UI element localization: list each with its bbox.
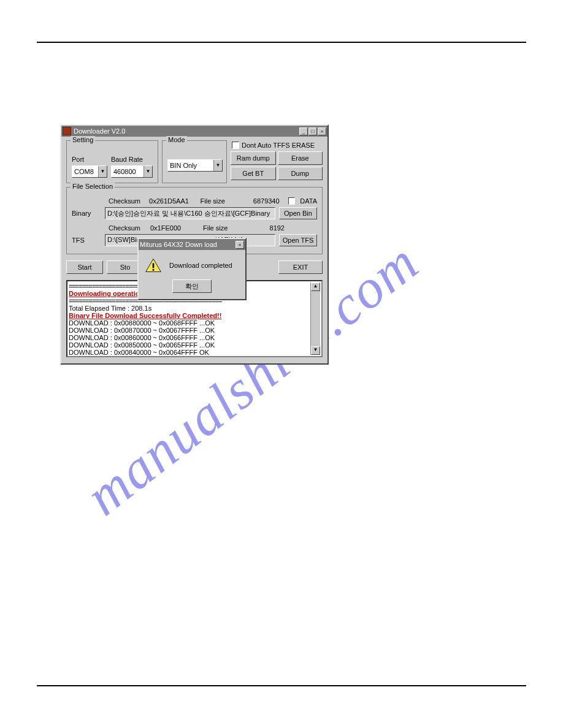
mode-combo[interactable]: BIN Only ▼ [167,159,223,172]
data-label: DATA [300,197,317,205]
download-complete-dialog: Miturus 64X32 Down load × Download compl… [137,238,247,300]
scroll-up-icon[interactable]: ▲ [311,282,320,291]
dump-button[interactable]: Dump [278,167,323,180]
start-button[interactable]: Start [66,260,103,274]
popup-title: Miturus 64X32 Down load [140,241,235,248]
log-elapsed: Total Elapsed Time : 208.1s [69,305,310,312]
svg-rect-2 [153,269,155,271]
log-line: DOWNLOAD : 0x00850000 ~ 0x0065FFFF ...OK [69,341,310,349]
data-checkbox[interactable] [288,197,296,205]
chevron-down-icon[interactable]: ▼ [213,160,222,171]
exit-button[interactable]: EXIT [278,260,323,274]
setting-legend: Setting [71,136,95,143]
port-value: COM8 [72,168,98,175]
log-line: DOWNLOAD : 0x00880000 ~ 0x0068FFFF ...OK [69,319,310,327]
bin-checksum-value: 0x261D5AA1 [149,197,196,205]
close-button[interactable]: × [318,127,326,135]
popup-ok-button[interactable]: 확인 [172,279,212,293]
popup-close-button[interactable]: × [236,241,244,249]
tfs-filesize-label: File size [203,224,237,232]
page-top-rule [37,42,526,43]
baud-value: 460800 [112,168,144,175]
log-bin-done: Binary File Download Successfully Comple… [69,312,310,319]
svg-rect-1 [153,264,155,268]
popup-message: Download completed [169,262,232,269]
baud-combo[interactable]: 460800 ▼ [111,165,153,178]
log-line: DOWNLOAD : 0x00860000 ~ 0x0066FFFF ...OK [69,334,310,341]
log-scrollbar[interactable]: ▲ ▼ [310,282,320,355]
ram-dump-button[interactable]: Ram dump [231,151,276,165]
page-bottom-rule [37,685,526,686]
tffs-erase-label: Dont Auto TFFS ERASE [242,142,315,149]
tfs-checksum-value: 0x1FE000 [150,224,198,232]
titlebar[interactable]: Downloader V2.0 _ □ × [61,126,327,137]
get-bt-button[interactable]: Get BT [231,167,276,180]
maximize-button[interactable]: □ [308,127,317,135]
mode-legend: Mode [166,136,187,143]
open-bin-button[interactable]: Open Bin [279,207,317,219]
erase-button[interactable]: Erase [278,151,323,165]
log-line: DOWNLOAD : 0x00840000 ~ 0x0064FFFF OK [69,349,310,355]
binary-path-input[interactable]: D:\[승인]승인자료 및 내용\C160 승인자료\[GCF]Binary [105,207,275,219]
window-title: Downloader V2.0 [74,127,299,135]
chevron-down-icon[interactable]: ▼ [144,166,152,177]
binary-label: Binary [72,210,101,217]
popup-titlebar[interactable]: Miturus 64X32 Down load × [139,239,245,250]
tffs-erase-checkbox[interactable] [232,142,239,149]
tfs-checksum-label: Checksum [109,224,145,232]
mode-value: BIN Only [168,162,213,169]
chevron-down-icon[interactable]: ▼ [98,166,107,177]
warning-icon [145,257,162,273]
open-tfs-button[interactable]: Open TFS [279,234,317,246]
port-combo[interactable]: COM8 ▼ [72,165,107,178]
bin-filesize-value: 6879340 [238,197,280,205]
file-selection-legend: File Selection [71,183,115,190]
bin-filesize-label: File size [201,197,233,205]
mode-group: Mode BIN Only ▼ [162,140,227,183]
tfs-filesize-value: 8192 [242,224,285,232]
scroll-down-icon[interactable]: ▼ [311,346,320,355]
tfs-label: TFS [72,237,101,244]
log-line: DOWNLOAD : 0x00870000 ~ 0x0067FFFF ...OK [69,327,310,334]
port-label: Port [72,156,107,163]
tfs-path-prefix: D:\[SW]Bin [107,236,140,243]
setting-group: Setting Port COM8 ▼ Baud Rate 460800 ▼ [66,140,158,183]
minimize-button[interactable]: _ [299,127,308,135]
baud-label: Baud Rate [111,156,153,163]
bin-checksum-label: Checksum [109,197,144,205]
app-icon [63,127,71,135]
